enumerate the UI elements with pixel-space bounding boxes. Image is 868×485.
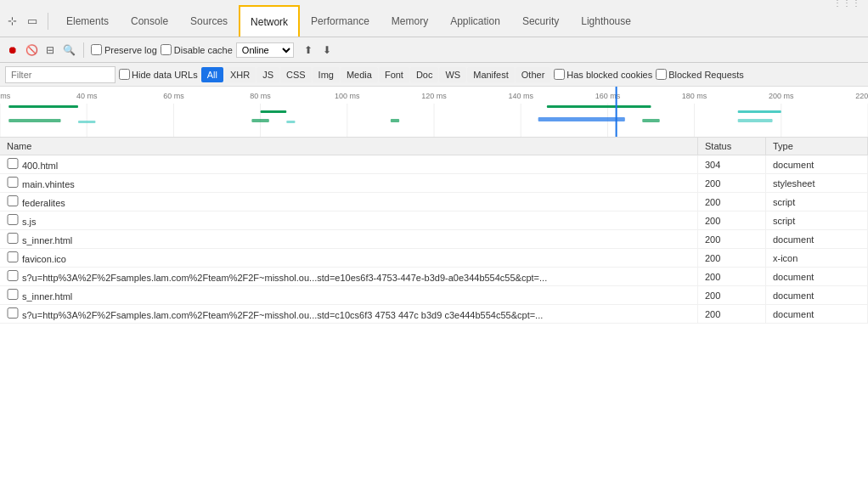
export-button[interactable]: ⬇ — [319, 42, 335, 58]
table-row[interactable]: 400.html304document — [0, 155, 868, 174]
row-status: 200 — [698, 268, 766, 286]
row-status: 200 — [698, 305, 766, 324]
row-status: 200 — [698, 249, 766, 268]
row-name: federalites — [22, 198, 65, 208]
tab-bar: ⊹ ▭ ElementsConsoleSourcesNetworkPerform… — [0, 5, 868, 37]
svg-text:220 ms: 220 ms — [855, 92, 868, 100]
table-row[interactable]: s.js200script — [0, 211, 868, 230]
clear-button[interactable]: 🚫 — [24, 42, 39, 58]
search-icon[interactable]: 🔍 — [61, 42, 76, 58]
blocked-requests-checkbox[interactable]: Blocked Requests — [656, 69, 744, 80]
filter-type-img[interactable]: Img — [313, 67, 340, 82]
table-row[interactable]: federalites200script — [0, 193, 868, 211]
drag-dots: ⋮⋮⋮ — [833, 0, 861, 8]
svg-rect-34 — [738, 119, 773, 122]
table-row[interactable]: main.vhintes200stylesheet — [0, 174, 868, 193]
tab-sources[interactable]: Sources — [179, 5, 239, 37]
filter-icon[interactable]: ⊟ — [42, 42, 58, 58]
row-name: s.js — [22, 217, 37, 227]
table-row[interactable]: s_inner.html200document — [0, 230, 868, 249]
svg-text:200 ms: 200 ms — [769, 92, 794, 100]
filter-type-media[interactable]: Media — [341, 67, 378, 82]
record-button[interactable]: ⏺ — [5, 42, 20, 58]
row-name: main.vhintes — [22, 179, 75, 189]
filter-type-other[interactable]: Other — [516, 67, 551, 82]
hide-data-urls-checkbox[interactable]: Hide data URLs — [119, 69, 198, 80]
row-status: 200 — [698, 193, 766, 211]
row-type: document — [766, 230, 868, 249]
row-type: document — [766, 268, 868, 286]
row-type: document — [766, 305, 868, 324]
table-container: Name Status Type 400.html304documentmain… — [0, 138, 868, 482]
row-name: s?u=http%3A%2F%2Fsamples.lam.com%2Fteam%… — [22, 273, 547, 283]
svg-text:20 ms: 20 ms — [0, 92, 11, 100]
filter-type-xhr[interactable]: XHR — [224, 67, 256, 82]
row-status: 200 — [698, 286, 766, 305]
tab-lighthouse[interactable]: Lighthouse — [570, 5, 642, 37]
preserve-log-checkbox[interactable]: Preserve log — [91, 44, 157, 55]
filter-input[interactable] — [5, 66, 116, 83]
svg-rect-32 — [538, 117, 625, 121]
svg-rect-22 — [8, 105, 78, 108]
svg-rect-31 — [391, 119, 399, 122]
row-name: s_inner.html — [22, 291, 72, 302]
row-status: 200 — [698, 230, 766, 249]
svg-rect-27 — [8, 119, 60, 122]
svg-rect-30 — [286, 121, 295, 123]
import-button[interactable]: ⬆ — [301, 42, 316, 58]
pointer-icon[interactable]: ⊹ — [3, 13, 20, 30]
filter-type-manifest[interactable]: Manifest — [467, 67, 515, 82]
tab-application[interactable]: Application — [439, 5, 511, 37]
svg-rect-23 — [261, 110, 287, 113]
row-status: 304 — [698, 155, 766, 174]
row-status: 200 — [698, 211, 766, 230]
row-type: x-icon — [766, 249, 868, 268]
tab-performance[interactable]: Performance — [300, 5, 380, 37]
row-type: document — [766, 286, 868, 305]
tab-security[interactable]: Security — [511, 5, 570, 37]
filter-type-css[interactable]: CSS — [280, 67, 312, 82]
device-icon[interactable]: ▭ — [24, 13, 41, 30]
filter-bar: Hide data URLs AllXHRJSCSSImgMediaFontDo… — [0, 63, 868, 87]
svg-text:140 ms: 140 ms — [508, 92, 533, 100]
timeline[interactable]: 20 ms 40 ms 60 ms 80 ms 100 ms 120 ms 14… — [0, 87, 868, 138]
svg-rect-33 — [642, 119, 659, 122]
row-name: s?u=http%3A%2F%2Fsamples.lam.com%2Fteam%… — [22, 310, 543, 320]
filter-type-font[interactable]: Font — [379, 67, 409, 82]
filter-type-ws[interactable]: WS — [439, 67, 466, 82]
network-table: Name Status Type 400.html304documentmain… — [0, 138, 868, 324]
filter-type-js[interactable]: JS — [256, 67, 279, 82]
svg-text:180 ms: 180 ms — [682, 92, 707, 100]
filter-type-doc[interactable]: Doc — [410, 67, 439, 82]
table-row[interactable]: s?u=http%3A%2F%2Fsamples.lam.com%2Fteam%… — [0, 305, 868, 324]
svg-text:40 ms: 40 ms — [76, 92, 98, 100]
svg-rect-24 — [547, 105, 651, 108]
row-type: document — [766, 155, 868, 174]
svg-rect-25 — [738, 110, 781, 113]
table-row[interactable]: s_inner.html200document — [0, 286, 868, 305]
tab-network[interactable]: Network — [239, 5, 300, 37]
throttle-select[interactable]: Online Fast 3G Slow 3G Offline — [236, 42, 294, 58]
svg-text:80 ms: 80 ms — [250, 92, 271, 100]
col-type-header[interactable]: Type — [766, 138, 868, 155]
has-blocked-cookies-checkbox[interactable]: Has blocked cookies — [554, 69, 652, 80]
tab-elements[interactable]: Elements — [55, 5, 120, 37]
filter-type-all[interactable]: All — [201, 67, 223, 82]
toolbar: ⏺ 🚫 ⊟ 🔍 Preserve log Disable cache Onlin… — [0, 37, 868, 63]
row-name: 400.html — [22, 161, 58, 171]
row-name: s_inner.html — [22, 235, 72, 245]
table-row[interactable]: s?u=http%3A%2F%2Fsamples.lam.com%2Fteam%… — [0, 268, 868, 286]
svg-text:60 ms: 60 ms — [163, 92, 184, 100]
tab-memory[interactable]: Memory — [380, 5, 439, 37]
svg-rect-28 — [78, 121, 95, 123]
table-row[interactable]: favicon.ico200x-icon — [0, 249, 868, 268]
disable-cache-checkbox[interactable]: Disable cache — [161, 44, 233, 55]
row-type: script — [766, 193, 868, 211]
row-status: 200 — [698, 174, 766, 193]
svg-text:100 ms: 100 ms — [335, 92, 360, 100]
col-status-header[interactable]: Status — [698, 138, 766, 155]
tab-console[interactable]: Console — [120, 5, 179, 37]
col-name-header[interactable]: Name — [0, 138, 698, 155]
row-type: stylesheet — [766, 174, 868, 193]
svg-rect-29 — [251, 119, 268, 122]
